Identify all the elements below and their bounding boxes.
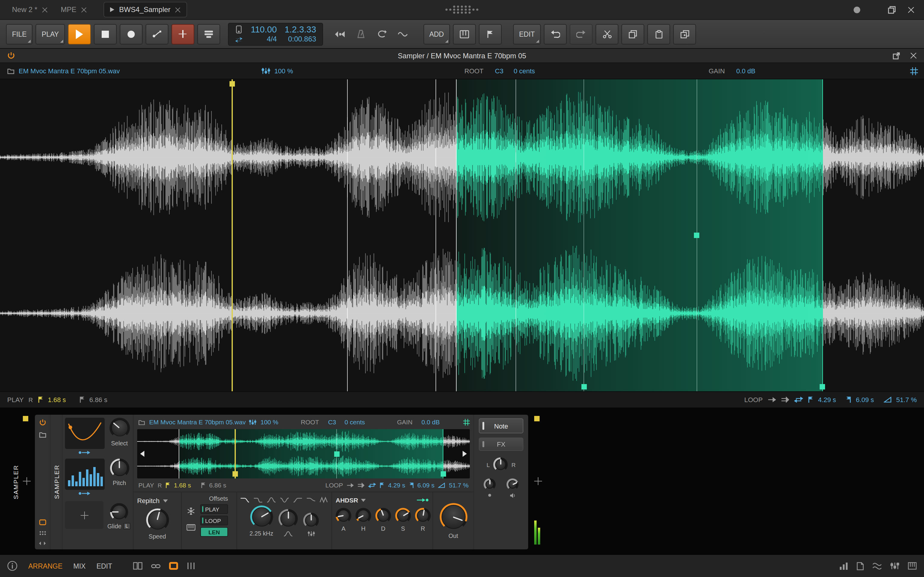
loop-end-marker[interactable] bbox=[822, 79, 823, 391]
loop-fade-value[interactable]: 51.7 % bbox=[897, 396, 917, 403]
sample-file-cluster[interactable]: EM Mvoc Mantra E 70bpm 05.wav bbox=[7, 63, 120, 79]
tempo-display[interactable]: 110.00 4/4 1.2.3.33 0:00.863 bbox=[228, 23, 323, 45]
expand-width-icon[interactable] bbox=[39, 541, 46, 546]
duplicate-button[interactable] bbox=[673, 24, 696, 44]
env-sustain-knob[interactable] bbox=[395, 508, 411, 524]
faders-panel-button[interactable] bbox=[890, 562, 899, 570]
play-button[interactable] bbox=[68, 24, 91, 44]
loop-end-value[interactable]: 6.09 s bbox=[417, 482, 435, 488]
mini-loop-start-marker[interactable] bbox=[178, 429, 179, 479]
add-device-button[interactable] bbox=[23, 477, 29, 484]
root-cluster[interactable]: ROOT C3 0 cents bbox=[301, 415, 365, 429]
keyboard-icon[interactable] bbox=[186, 524, 195, 531]
speed-knob[interactable] bbox=[146, 508, 169, 531]
loop-off-icon[interactable] bbox=[347, 482, 354, 488]
curve-modulator-display[interactable] bbox=[65, 418, 105, 449]
pop-out-button[interactable] bbox=[893, 52, 901, 60]
restore-window-button[interactable] bbox=[888, 6, 896, 13]
project-tab[interactable]: New 2 * bbox=[6, 0, 53, 19]
env-routing-icon[interactable] bbox=[416, 498, 429, 503]
select-knob[interactable] bbox=[109, 418, 130, 438]
loop-start-flag-icon[interactable] bbox=[380, 482, 384, 488]
loop-crossfade-marker-handle[interactable] bbox=[694, 233, 699, 238]
filter-keytrack-knob[interactable] bbox=[303, 513, 319, 528]
loop-start-value[interactable]: 4.29 s bbox=[388, 482, 405, 488]
metronome-button[interactable] bbox=[352, 24, 370, 44]
scroll-right-button[interactable] bbox=[463, 451, 467, 457]
preset-folder-icon[interactable] bbox=[39, 432, 46, 438]
output-knob[interactable] bbox=[439, 503, 467, 530]
waveform-editor[interactable] bbox=[0, 79, 924, 392]
pitch-knob[interactable] bbox=[110, 459, 129, 478]
env-release-knob[interactable] bbox=[415, 508, 431, 524]
device-name-column[interactable]: SAMPLER bbox=[50, 415, 63, 550]
launcher-overdub-button[interactable] bbox=[197, 24, 220, 44]
waveform-canvas[interactable] bbox=[0, 79, 924, 391]
link-button[interactable] bbox=[151, 562, 160, 569]
loop-on-icon[interactable] bbox=[357, 482, 365, 488]
close-icon[interactable] bbox=[42, 7, 47, 12]
view-mix-button[interactable]: MIX bbox=[73, 562, 86, 569]
copy-button[interactable] bbox=[622, 24, 644, 44]
loop-pingpong-icon[interactable] bbox=[368, 482, 376, 488]
filter-resonance-knob[interactable] bbox=[278, 509, 298, 528]
velocity-depth-knob[interactable] bbox=[484, 479, 496, 490]
cut-button[interactable] bbox=[596, 24, 619, 44]
waves-panel-button[interactable] bbox=[872, 562, 882, 569]
env-hold-knob[interactable] bbox=[355, 508, 371, 524]
undo-button[interactable] bbox=[544, 24, 567, 44]
zoom-fit-cluster[interactable] bbox=[910, 63, 918, 79]
loop-start-value[interactable]: 4.29 s bbox=[818, 396, 836, 403]
add-menu-button[interactable]: ADD bbox=[423, 24, 450, 44]
close-window-button[interactable] bbox=[908, 6, 914, 13]
mixer-panel-button[interactable] bbox=[186, 562, 195, 570]
filter-shelf-icon[interactable] bbox=[306, 496, 315, 503]
filter-cutoff-knob[interactable] bbox=[250, 506, 273, 528]
crossfade-ramp-icon[interactable] bbox=[884, 397, 892, 403]
project-tab-active[interactable]: BWS4_Sampler bbox=[103, 2, 187, 18]
redo-button[interactable] bbox=[570, 24, 593, 44]
restart-mode-icon[interactable]: R bbox=[158, 482, 162, 488]
scroll-left-button[interactable] bbox=[140, 451, 144, 457]
device-power-button[interactable] bbox=[39, 419, 46, 426]
play-start-marker[interactable] bbox=[231, 79, 233, 391]
steps-modulator-display[interactable] bbox=[65, 459, 105, 490]
loop-end-marker-handle[interactable] bbox=[820, 384, 825, 390]
slice-marker-1[interactable] bbox=[347, 79, 348, 391]
filter-notch-icon[interactable] bbox=[279, 496, 289, 503]
stretch-cluster[interactable]: 100 % bbox=[262, 63, 293, 79]
root-cluster[interactable]: ROOT C3 0 cents bbox=[464, 63, 535, 79]
stretch-cluster[interactable]: 100 % bbox=[249, 415, 278, 429]
groove-button[interactable] bbox=[394, 24, 412, 44]
loop-fade-marker[interactable] bbox=[584, 79, 585, 391]
mini-crossfade-marker-handle[interactable] bbox=[334, 451, 339, 456]
freeze-icon[interactable] bbox=[187, 507, 195, 515]
crossfade-ramp-icon[interactable] bbox=[438, 482, 446, 488]
loop-pingpong-icon[interactable] bbox=[794, 397, 803, 403]
loop-fade-value[interactable]: 51.7 % bbox=[449, 482, 468, 488]
info-button[interactable] bbox=[7, 561, 18, 571]
note-tab[interactable]: Note bbox=[479, 418, 523, 434]
file-menu-button[interactable]: FILE bbox=[6, 24, 33, 44]
tempo-value[interactable]: 110.00 bbox=[251, 26, 277, 34]
pan-knob[interactable] bbox=[493, 458, 508, 472]
mini-play-start-marker-handle[interactable] bbox=[233, 471, 238, 477]
dots-grid-icon[interactable] bbox=[39, 531, 46, 535]
time-signature[interactable]: 4/4 bbox=[267, 35, 277, 43]
gain-cluster[interactable]: GAIN 0.0 dB bbox=[709, 63, 755, 79]
sample-file-cluster[interactable]: EM Mvoc Mantra E 70bpm 05.wav bbox=[138, 415, 246, 429]
song-position[interactable]: 1.2.3.33 bbox=[284, 26, 316, 34]
song-time[interactable]: 0:00.863 bbox=[288, 35, 316, 43]
filter-comb-icon[interactable] bbox=[319, 496, 329, 503]
sample-start-value[interactable]: 1.68 s bbox=[174, 482, 191, 488]
close-editor-button[interactable] bbox=[910, 52, 917, 59]
restart-mode-icon[interactable]: R bbox=[29, 396, 33, 403]
meter-panel-button[interactable] bbox=[839, 562, 848, 570]
filter-lowpass-icon[interactable] bbox=[240, 496, 249, 503]
mod-routing-icon[interactable] bbox=[65, 490, 105, 497]
loop-off-icon[interactable] bbox=[767, 397, 776, 403]
loop-end-value[interactable]: 6.09 s bbox=[856, 396, 874, 403]
add-device-end-button[interactable] bbox=[534, 477, 541, 484]
mini-loop-end-marker-handle[interactable] bbox=[441, 471, 446, 477]
empty-modulator-slot[interactable] bbox=[65, 501, 103, 529]
